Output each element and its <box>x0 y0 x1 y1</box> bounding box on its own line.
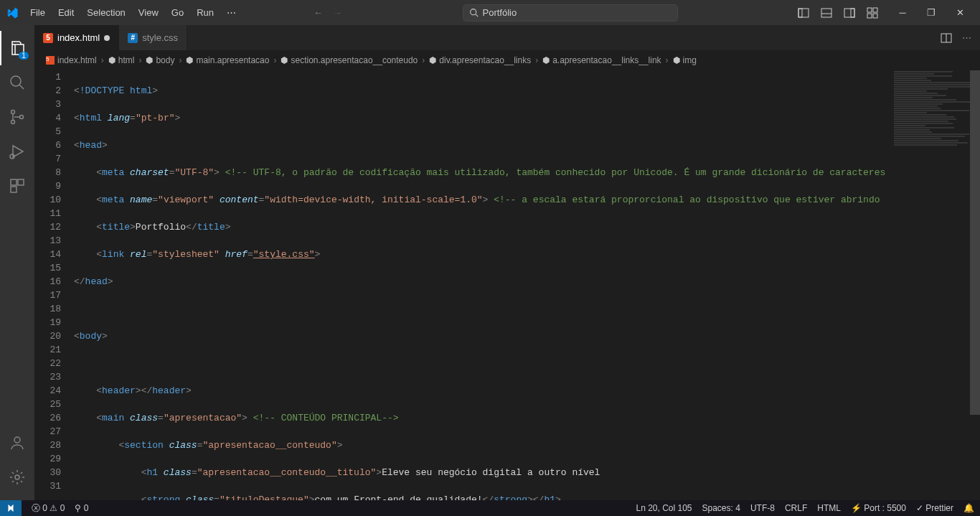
more-actions-icon[interactable]: ⋯ <box>962 32 971 43</box>
nav-back-icon[interactable]: ← <box>314 7 323 18</box>
nav-forward-icon[interactable]: → <box>333 7 342 18</box>
activity-explorer[interactable]: 1 <box>0 31 34 65</box>
svg-point-16 <box>20 116 24 119</box>
menu-more[interactable]: ⋯ <box>221 4 242 21</box>
breadcrumb-item[interactable]: img <box>683 55 697 65</box>
vertical-scrollbar[interactable] <box>970 70 980 487</box>
layout-sideright-icon[interactable] <box>844 7 855 19</box>
symbol-icon: ⬢ <box>108 55 116 65</box>
symbol-icon: ⬢ <box>429 55 436 65</box>
editor-tabs: 5 index.html # style.css ⋯ <box>34 25 980 50</box>
svg-rect-3 <box>798 9 802 17</box>
status-live-server[interactable]: ⚡ Port : 5500 <box>851 503 906 513</box>
svg-rect-11 <box>873 14 877 18</box>
svg-point-14 <box>11 111 15 114</box>
activity-extensions[interactable] <box>0 169 34 203</box>
menu-view[interactable]: View <box>133 4 164 21</box>
svg-rect-6 <box>844 9 854 17</box>
search-icon <box>469 8 479 17</box>
breadcrumbs[interactable]: 5index.html › ⬢html › ⬢body › ⬢main.apre… <box>34 50 980 70</box>
symbol-icon: ⬢ <box>281 55 288 65</box>
line-number-gutter: 1234567891011121314151617181920212223242… <box>34 70 74 500</box>
activity-bar: 1 <box>0 25 34 500</box>
activity-search[interactable] <box>0 65 34 100</box>
svg-rect-10 <box>867 14 872 18</box>
window-maximize-icon[interactable]: ❐ <box>917 3 946 22</box>
tab-label: style.css <box>142 32 178 43</box>
svg-point-15 <box>11 121 15 124</box>
svg-line-13 <box>19 85 24 89</box>
status-language[interactable]: HTML <box>817 503 841 513</box>
scrollbar-thumb[interactable] <box>970 70 980 415</box>
html-file-icon: 5 <box>46 56 55 65</box>
svg-rect-19 <box>18 179 24 185</box>
breadcrumb-item[interactable]: index.html <box>57 55 97 65</box>
layout-bottom-icon[interactable] <box>821 7 832 19</box>
status-eol[interactable]: CRLF <box>785 503 807 513</box>
editor-area: 5 index.html # style.css ⋯ 5index.html ›… <box>34 25 980 500</box>
svg-rect-9 <box>873 8 877 12</box>
menu-file[interactable]: File <box>24 4 51 21</box>
status-notifications-icon[interactable]: 🔔 <box>963 503 974 513</box>
status-bar: ⓧ 0 ⚠ 0 ⚲ 0 Ln 20, Col 105 Spaces: 4 UTF… <box>0 500 980 516</box>
title-bar: File Edit Selection View Go Run ⋯ ← → Po… <box>0 0 980 25</box>
symbol-icon: ⬢ <box>186 55 193 65</box>
layout-sideleft-icon[interactable] <box>798 7 809 19</box>
split-editor-icon[interactable] <box>941 32 952 44</box>
svg-point-22 <box>15 475 19 479</box>
symbol-icon: ⬢ <box>673 55 680 65</box>
search-label: Portfólio <box>483 7 517 18</box>
breadcrumb-item[interactable]: body <box>156 55 174 65</box>
svg-rect-18 <box>11 179 17 185</box>
remote-indicator[interactable] <box>0 500 22 516</box>
breadcrumb-item[interactable]: section.apresentacao__conteudo <box>291 55 418 65</box>
activity-settings[interactable] <box>0 460 34 494</box>
svg-point-0 <box>470 9 476 15</box>
vscode-logo-icon <box>6 6 19 19</box>
svg-rect-2 <box>798 9 809 17</box>
menu-selection[interactable]: Selection <box>81 4 131 21</box>
svg-point-12 <box>11 76 21 86</box>
css-file-icon: # <box>128 33 138 43</box>
layout-customize-icon[interactable] <box>867 7 878 19</box>
activity-source-control[interactable] <box>0 100 34 134</box>
status-indentation[interactable]: Spaces: 4 <box>702 503 740 513</box>
breadcrumb-item[interactable]: html <box>118 55 135 65</box>
status-cursor-position[interactable]: Ln 20, Col 105 <box>636 503 692 513</box>
editor-content[interactable]: 1234567891011121314151617181920212223242… <box>34 70 980 500</box>
svg-point-21 <box>14 437 20 443</box>
menu-go[interactable]: Go <box>166 4 189 21</box>
explorer-badge: 1 <box>19 52 29 60</box>
menu-run[interactable]: Run <box>191 4 220 21</box>
window-minimize-icon[interactable]: ─ <box>888 3 917 22</box>
svg-rect-8 <box>867 8 872 12</box>
window-close-icon[interactable]: ✕ <box>946 3 974 22</box>
command-center-search[interactable]: Portfólio <box>463 4 678 22</box>
menu-bar: File Edit Selection View Go Run ⋯ <box>24 4 242 21</box>
status-encoding[interactable]: UTF-8 <box>750 503 775 513</box>
symbol-icon: ⬢ <box>542 55 550 65</box>
status-prettier[interactable]: ✓ Prettier <box>916 503 953 513</box>
breadcrumb-item[interactable]: a.apresentacao__links__link <box>552 55 661 65</box>
symbol-icon: ⬢ <box>146 55 153 65</box>
status-problems[interactable]: ⓧ 0 ⚠ 0 <box>32 502 65 515</box>
minimap[interactable] <box>891 70 970 487</box>
activity-account[interactable] <box>0 426 34 460</box>
tab-style-css[interactable]: # style.css <box>119 25 187 50</box>
activity-run-debug[interactable] <box>0 134 34 169</box>
svg-rect-7 <box>851 9 854 17</box>
tab-label: index.html <box>57 32 100 43</box>
tab-index-html[interactable]: 5 index.html <box>34 25 119 50</box>
code[interactable]: <!DOCTYPE html> <html lang="pt-br"> <hea… <box>74 70 980 500</box>
breadcrumb-item[interactable]: div.apresentacao__links <box>439 55 531 65</box>
breadcrumb-item[interactable]: main.apresentacao <box>196 55 269 65</box>
modified-dot-icon <box>104 35 110 41</box>
menu-edit[interactable]: Edit <box>52 4 80 21</box>
html-file-icon: 5 <box>43 33 53 43</box>
svg-line-1 <box>475 14 477 17</box>
status-radio[interactable]: ⚲ 0 <box>75 503 88 513</box>
svg-rect-4 <box>821 9 831 17</box>
svg-rect-20 <box>11 187 17 192</box>
